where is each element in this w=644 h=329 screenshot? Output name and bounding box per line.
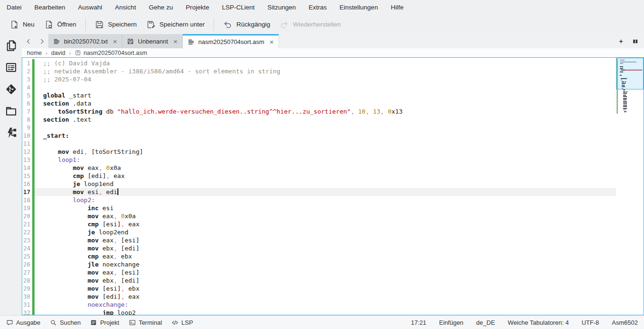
line-number[interactable]: 21: [22, 220, 32, 228]
line-number[interactable]: 19: [22, 204, 32, 212]
minimap-scrollbar[interactable]: [616, 58, 644, 315]
code-line[interactable]: 15 cmp [edi], eax: [22, 172, 644, 180]
line-number[interactable]: 23: [22, 236, 32, 244]
pin-button[interactable]: [618, 38, 624, 44]
code-line[interactable]: 27 mov eax, [esi]: [22, 268, 644, 276]
dictionary[interactable]: de_DE: [476, 319, 495, 326]
neu-button[interactable]: Neu: [5, 17, 39, 32]
close-tab-icon[interactable]: ×: [173, 38, 178, 45]
sidebar-tool-diagnostics[interactable]: [5, 126, 18, 139]
tab-nasm20250704sort-asm[interactable]: nasm20250704sort.asm×: [183, 34, 279, 48]
menu-gehe-zu[interactable]: Gehe zu: [149, 4, 173, 11]
code-line[interactable]: 30 mov [edi], eax: [22, 293, 644, 301]
line-number[interactable]: 30: [22, 293, 32, 301]
line-number[interactable]: 11: [22, 140, 32, 148]
encoding[interactable]: UTF-8: [581, 319, 599, 326]
tab-bin20250702-txt[interactable]: bin20250702.txt×: [48, 34, 122, 48]
sidebar-tool-filesystem-browser[interactable]: [5, 105, 18, 117]
line-number[interactable]: 7: [22, 107, 32, 116]
line-number[interactable]: 18: [22, 196, 32, 204]
code-line[interactable]: 12 mov edi, [toSortString]: [22, 148, 644, 156]
menu-ansicht[interactable]: Ansicht: [115, 4, 136, 11]
code-line[interactable]: 31 noexchange:: [22, 301, 644, 309]
line-number[interactable]: 2: [22, 67, 32, 75]
line-number[interactable]: 4: [22, 83, 32, 91]
minimap-viewport[interactable]: [616, 58, 644, 89]
syntax-mode[interactable]: Asm6502: [612, 319, 638, 326]
line-number[interactable]: 3: [22, 75, 32, 83]
menu-hilfe[interactable]: Hilfe: [391, 4, 403, 11]
code-line[interactable]: 8section .text: [22, 116, 644, 124]
code-line[interactable]: 10_start:: [22, 132, 644, 140]
close-tab-icon[interactable]: ×: [269, 38, 274, 45]
line-number[interactable]: 9: [22, 124, 32, 132]
line-number[interactable]: 25: [22, 252, 32, 260]
code-line[interactable]: 17 mov esi, edi: [22, 188, 644, 196]
line-number[interactable]: 32: [22, 309, 32, 315]
tab-unbenannt[interactable]: Unbenannt×: [122, 34, 182, 48]
code-line[interactable]: 2;; netwide Assembler - i386/i586/amd64 …: [22, 67, 644, 75]
breadcrumb-segment[interactable]: home: [27, 50, 42, 56]
cursor-position[interactable]: 17:21: [411, 319, 427, 326]
code-line[interactable]: 28 mov ebx, [edi]: [22, 276, 644, 285]
line-number[interactable]: 29: [22, 285, 32, 293]
menu-datei[interactable]: Datei: [7, 4, 22, 11]
statusbar-lsp-button[interactable]: LSP: [171, 319, 193, 326]
tabs-scroll-right-button[interactable]: [35, 34, 48, 48]
editor-view[interactable]: 1;; (c) David Vajda2;; netwide Assembler…: [22, 57, 644, 315]
code-line[interactable]: 3;; 2025-07-04: [22, 75, 644, 83]
menu-projekte[interactable]: Projekte: [186, 4, 209, 11]
menu-bearbeiten[interactable]: Bearbeiten: [35, 4, 65, 11]
statusbar-terminal-button[interactable]: Terminal: [129, 319, 162, 326]
code-line[interactable]: 9: [22, 124, 644, 132]
code-line[interactable]: 22 je loop2end: [22, 228, 644, 236]
line-number[interactable]: 5: [22, 91, 32, 99]
speichern-button[interactable]: Speichern: [90, 17, 142, 32]
line-number[interactable]: 22: [22, 228, 32, 236]
close-tab-icon[interactable]: ×: [113, 38, 117, 45]
code-line[interactable]: 19 inc esi: [22, 204, 644, 212]
line-number[interactable]: 24: [22, 244, 32, 252]
ffnen-button[interactable]: Öffnen: [39, 17, 81, 32]
line-number[interactable]: 26: [22, 260, 32, 268]
code-line[interactable]: 16 je loop1end: [22, 180, 644, 188]
line-number[interactable]: 10: [22, 132, 32, 140]
code-area[interactable]: 1;; (c) David Vajda2;; netwide Assembler…: [22, 58, 644, 315]
breadcrumb-segment[interactable]: nasm20250704sort.asm: [75, 50, 147, 56]
menu-auswahl[interactable]: Auswahl: [78, 4, 102, 11]
line-number[interactable]: 31: [22, 301, 32, 309]
line-number[interactable]: 20: [22, 212, 32, 220]
line-number[interactable]: 17: [22, 188, 32, 196]
code-line[interactable]: 7 toSortString db "hallo_ich.werde-versu…: [22, 107, 644, 116]
breadcrumb-segment[interactable]: david: [51, 50, 65, 56]
code-line[interactable]: 32 jmp loop2: [22, 309, 644, 315]
menu-extras[interactable]: Extras: [309, 4, 327, 11]
line-number[interactable]: 16: [22, 180, 32, 188]
code-line[interactable]: 20 mov eax, 0x0a: [22, 212, 644, 220]
menu-einstellungen[interactable]: Einstellungen: [340, 4, 378, 11]
statusbar-projekt-button[interactable]: Projekt: [90, 319, 119, 326]
code-line[interactable]: 23 mov eax, [esi]: [22, 236, 644, 244]
sidebar-tool-symbols-list[interactable]: [5, 61, 18, 74]
code-line[interactable]: 29 mov [esi], ebx: [22, 285, 644, 293]
line-number[interactable]: 8: [22, 116, 32, 124]
menu-lsp-client[interactable]: LSP-CLient: [222, 4, 255, 11]
split-view-button[interactable]: [632, 38, 638, 44]
line-number[interactable]: 6: [22, 99, 32, 107]
code-line[interactable]: 21 cmp [esi], eax: [22, 220, 644, 228]
line-number[interactable]: 28: [22, 276, 32, 285]
line-number[interactable]: 12: [22, 148, 32, 156]
menu-sitzungen[interactable]: Sitzungen: [268, 4, 296, 11]
code-line[interactable]: 1;; (c) David Vajda: [22, 59, 644, 67]
insert-mode[interactable]: Einfügen: [439, 319, 463, 326]
code-line[interactable]: 11: [22, 140, 644, 148]
code-line[interactable]: 24 mov ebx, [edi]: [22, 244, 644, 252]
sidebar-tool-git[interactable]: [5, 83, 18, 96]
tab-mode[interactable]: Weiche Tabulatoren: 4: [508, 319, 569, 326]
line-number[interactable]: 1: [22, 59, 32, 67]
code-line[interactable]: 4: [22, 83, 644, 91]
statusbar-ausgabe-button[interactable]: Ausgabe: [6, 319, 40, 326]
statusbar-suchen-button[interactable]: Suchen: [50, 319, 80, 326]
code-line[interactable]: 18 loop2:: [22, 196, 644, 204]
code-line[interactable]: 5global _start: [22, 91, 644, 99]
